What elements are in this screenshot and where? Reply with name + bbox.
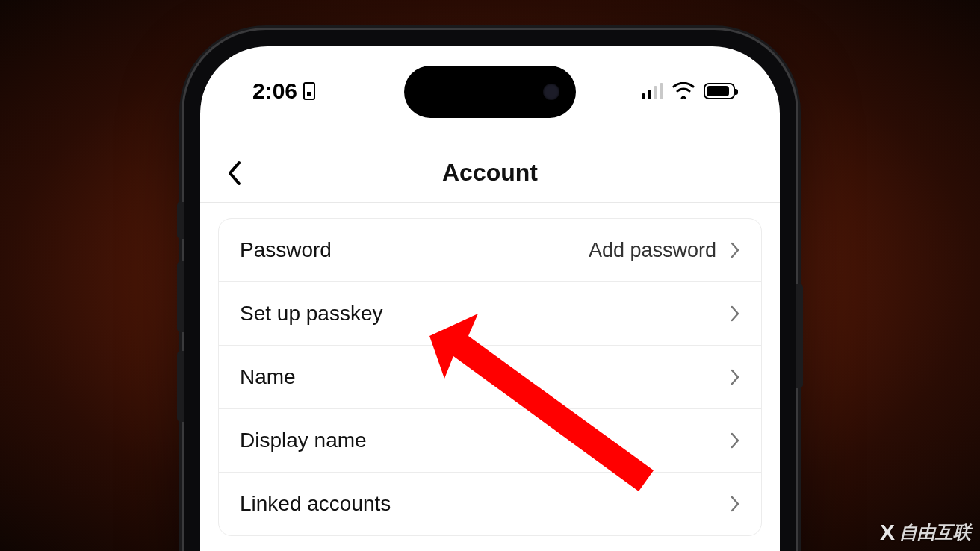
row-setup-passkey[interactable]: Set up passkey [219,282,761,346]
cellular-signal-icon [642,83,663,99]
settings-list: Password Add password Set up passkey N [218,218,762,536]
battery-icon [704,83,735,99]
side-button [177,202,184,239]
row-label: Name [240,365,296,389]
volume-down-button [177,351,184,422]
page-title: Account [442,159,538,187]
status-left: 2:06 [252,78,315,104]
back-button[interactable] [220,158,249,188]
phone-screen: 2:06 Account [200,46,780,551]
row-linked-accounts[interactable]: Linked accounts [219,473,761,535]
volume-up-button [177,261,184,332]
chevron-right-icon [730,432,740,449]
chevron-right-icon [730,495,740,513]
status-bar: 2:06 [200,69,780,113]
status-right [642,78,735,104]
watermark-text: 自由互联 [899,520,971,544]
row-name[interactable]: Name [219,346,761,409]
row-label: Display name [240,429,367,452]
wifi-icon [672,78,695,104]
chevron-left-icon [226,161,243,186]
row-display-name[interactable]: Display name [219,409,761,473]
chevron-right-icon [730,305,740,323]
nav-header: Account [200,143,780,203]
chevron-right-icon [730,368,740,386]
power-button [796,284,803,388]
row-label: Set up passkey [240,302,382,326]
watermark: X 自由互联 [880,520,971,545]
chevron-right-icon [730,241,740,259]
row-label: Linked accounts [240,492,391,516]
row-value: Add password [589,239,716,262]
watermark-logo: X [880,520,895,545]
status-time: 2:06 [252,78,297,104]
row-password[interactable]: Password Add password [219,219,761,282]
row-label: Password [240,238,332,262]
phone-frame: 2:06 Account [184,30,796,551]
sim-icon [303,82,315,100]
